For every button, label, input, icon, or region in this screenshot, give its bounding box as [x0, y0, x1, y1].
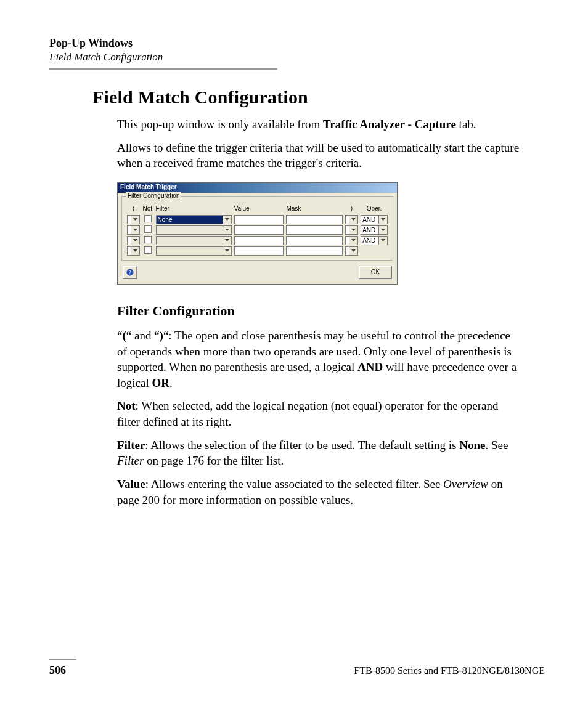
dropdown[interactable]: None: [156, 215, 232, 224]
text-italic: Filter: [117, 454, 144, 467]
svg-marker-0: [133, 218, 137, 221]
chevron-down-icon[interactable]: [223, 216, 231, 224]
text: tab.: [456, 118, 476, 131]
text: : Allows entering the value associated t…: [145, 477, 443, 490]
text-bold: Value: [117, 477, 145, 490]
filter-row: AND: [126, 225, 389, 235]
footer-product: FTB-8500 Series and FTB-8120NGE/8130NGE: [354, 665, 545, 676]
mask-input[interactable]: [286, 215, 342, 224]
dropdown[interactable]: [345, 225, 358, 235]
dropdown[interactable]: [127, 246, 140, 256]
running-head-line1: Pop-Up Windows: [49, 37, 545, 50]
mask-input[interactable]: [286, 225, 342, 235]
chevron-down-icon[interactable]: [349, 237, 357, 245]
chevron-down-icon[interactable]: [223, 226, 231, 234]
text: on page 176 for the filter list.: [144, 454, 284, 467]
value-input[interactable]: [234, 236, 284, 245]
page-number: 506: [49, 664, 66, 677]
filter-row: NoneAND: [126, 214, 389, 225]
text: .: [169, 376, 173, 389]
not-checkbox[interactable]: [144, 246, 152, 254]
svg-marker-14: [351, 249, 356, 252]
chevron-down-icon[interactable]: [378, 216, 387, 224]
fc-p1: “(“ and “)“: The open and close parenthe…: [117, 328, 520, 391]
help-icon: ?: [126, 269, 134, 276]
svg-marker-1: [225, 218, 229, 221]
text-italic: Overview: [443, 477, 488, 490]
dialog-titlebar: Field Match Trigger: [118, 183, 397, 193]
svg-marker-5: [225, 229, 229, 231]
svg-marker-3: [381, 218, 385, 221]
fc-p3: Filter: Allows the selection of the filt…: [117, 437, 520, 469]
chevron-down-icon[interactable]: [378, 226, 387, 234]
chevron-down-icon[interactable]: [349, 216, 357, 224]
value-input[interactable]: [234, 225, 284, 235]
svg-marker-9: [225, 239, 229, 241]
subheading-filter-configuration: Filter Configuration: [117, 303, 545, 319]
intro-p1: This pop-up window is only available fro…: [117, 116, 520, 132]
dialog-footer: ? OK: [118, 262, 397, 284]
dropdown-value: [157, 237, 223, 245]
mask-input[interactable]: [286, 236, 342, 245]
chevron-down-icon[interactable]: [378, 237, 387, 245]
dropdown[interactable]: [127, 215, 140, 224]
col-not: Not: [141, 205, 154, 214]
chevron-down-icon[interactable]: [223, 247, 231, 255]
ok-button[interactable]: OK: [359, 266, 392, 279]
dropdown[interactable]: [127, 236, 140, 245]
intro-p2: Allows to define the trigger criteria th…: [117, 140, 520, 171]
header-rule: [49, 68, 277, 70]
col-open: (: [126, 205, 141, 214]
mask-input[interactable]: [286, 246, 342, 256]
chevron-down-icon[interactable]: [131, 237, 139, 245]
dropdown-value: AND: [361, 216, 378, 224]
not-checkbox[interactable]: [144, 236, 152, 243]
svg-marker-12: [133, 249, 137, 252]
text: : When selected, add the logical negatio…: [117, 399, 499, 428]
text-bold: AND: [357, 360, 383, 373]
svg-marker-7: [381, 229, 385, 231]
value-input[interactable]: [234, 246, 284, 256]
dropdown[interactable]: [345, 236, 358, 245]
chevron-down-icon[interactable]: [131, 216, 139, 224]
chevron-down-icon[interactable]: [131, 226, 139, 234]
svg-marker-8: [133, 239, 137, 241]
dropdown[interactable]: AND: [361, 215, 388, 224]
not-checkbox[interactable]: [144, 225, 152, 233]
page-title: Field Match Configuration: [92, 87, 545, 108]
dropdown[interactable]: AND: [361, 225, 388, 235]
dropdown[interactable]: [156, 246, 232, 256]
value-input[interactable]: [234, 215, 284, 224]
col-mask: Mask: [285, 205, 343, 214]
dialog-screenshot: Field Match Trigger Filter Configuration…: [117, 182, 398, 285]
col-oper: Oper.: [359, 205, 389, 214]
text-bold: Traffic Analyzer - Capture: [323, 118, 456, 131]
fc-p2: Not: When selected, add the logical nega…: [117, 398, 520, 429]
chevron-down-icon[interactable]: [349, 247, 357, 255]
svg-marker-4: [133, 229, 137, 231]
dropdown[interactable]: [127, 225, 140, 235]
filter-configuration-group: Filter Configuration ( Not Filter Value …: [121, 196, 393, 261]
help-button[interactable]: ?: [123, 266, 137, 279]
dropdown[interactable]: [345, 215, 358, 224]
text: : Allows the selection of the filter to …: [145, 439, 459, 452]
field-match-trigger-dialog: Field Match Trigger Filter Configuration…: [117, 182, 398, 285]
chevron-down-icon[interactable]: [349, 226, 357, 234]
text: . See: [486, 439, 508, 452]
running-head-line2: Field Match Configuration: [49, 51, 545, 63]
dropdown[interactable]: [345, 246, 358, 256]
groupbox-legend: Filter Configuration: [126, 192, 181, 199]
dropdown-value: None: [157, 216, 223, 224]
filter-row: [126, 246, 389, 256]
dropdown[interactable]: [156, 236, 232, 245]
dropdown-value: [157, 247, 223, 255]
filter-table: ( Not Filter Value Mask ) Oper. NoneANDA…: [126, 205, 389, 256]
not-checkbox[interactable]: [144, 215, 152, 222]
svg-marker-10: [351, 239, 356, 241]
text-bold: OR: [152, 376, 169, 389]
chevron-down-icon[interactable]: [131, 247, 139, 255]
text-bold: None: [459, 439, 485, 452]
dropdown[interactable]: AND: [361, 236, 388, 245]
chevron-down-icon[interactable]: [223, 237, 231, 245]
dropdown[interactable]: [156, 225, 232, 235]
